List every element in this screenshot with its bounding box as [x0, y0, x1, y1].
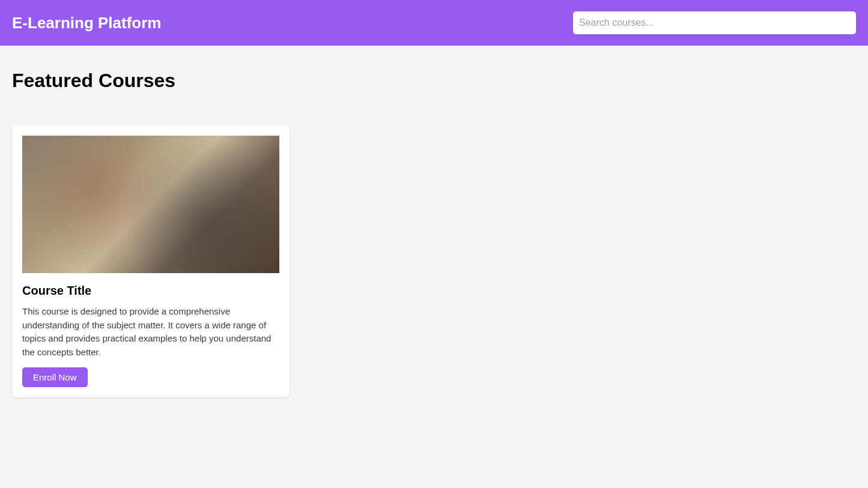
header: E-Learning Platform	[0, 0, 868, 46]
courses-grid: Course Title This course is designed to …	[12, 125, 856, 397]
course-card: Course Title This course is designed to …	[12, 125, 290, 397]
header-title: E-Learning Platform	[12, 14, 161, 32]
course-description: This course is designed to provide a com…	[22, 305, 279, 359]
enroll-button[interactable]: Enroll Now	[22, 367, 88, 387]
search-input[interactable]	[573, 11, 856, 34]
main-content: Featured Courses Course Title This cours…	[0, 46, 868, 421]
course-title: Course Title	[22, 284, 279, 298]
course-image	[22, 136, 279, 273]
section-title: Featured Courses	[12, 70, 856, 92]
